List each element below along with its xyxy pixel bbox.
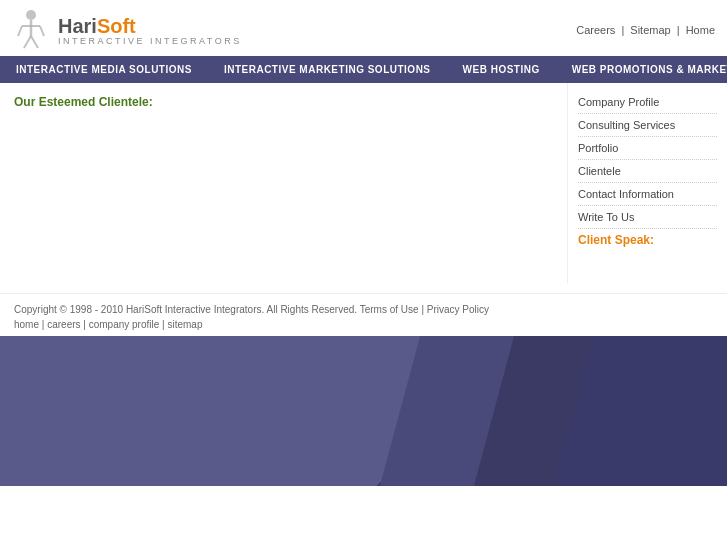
copyright-text: Copyright © 1998 - 2010 HariSoft Interac… — [14, 304, 357, 315]
nav-item-web-hosting[interactable]: WEB HOSTING — [447, 56, 556, 83]
svg-line-3 — [24, 36, 31, 48]
footer-careers-link[interactable]: careers — [47, 319, 80, 330]
svg-line-5 — [18, 26, 22, 36]
bottom-banner — [0, 336, 727, 486]
sidebar-active-label: Client Speak: — [578, 233, 717, 247]
sidebar: Company Profile Consulting Services Port… — [567, 83, 727, 283]
sidebar-link-consulting-services[interactable]: Consulting Services — [578, 114, 717, 137]
footer: Copyright © 1998 - 2010 HariSoft Interac… — [0, 293, 727, 336]
navbar: INTERACTIVE MEDIA SOLUTIONS INTERACTIVE … — [0, 56, 727, 83]
svg-point-0 — [26, 10, 36, 20]
nav-item-interactive-marketing[interactable]: INTERACTIVE MARKETING SOLUTIONS — [208, 56, 447, 83]
logo-area: HariSoft Interactive Integrators — [12, 8, 242, 52]
logo-hari-text: Hari — [58, 15, 97, 37]
home-link[interactable]: Home — [686, 24, 715, 36]
logo-name: HariSoft — [58, 15, 242, 38]
content-area: Our Esteemed Clientele: — [0, 83, 567, 283]
separator-1: | — [621, 24, 624, 36]
separator-2: | — [677, 24, 680, 36]
svg-line-4 — [31, 36, 38, 48]
sitemap-link[interactable]: Sitemap — [630, 24, 670, 36]
footer-copyright: Copyright © 1998 - 2010 HariSoft Interac… — [14, 304, 713, 315]
footer-company-profile-link[interactable]: company profile — [89, 319, 160, 330]
header-links: Careers | Sitemap | Home — [576, 24, 715, 36]
sidebar-link-clientele[interactable]: Clientele — [578, 160, 717, 183]
terms-link[interactable]: Terms of Use — [360, 304, 419, 315]
sidebar-link-contact-information[interactable]: Contact Information — [578, 183, 717, 206]
sidebar-link-company-profile[interactable]: Company Profile — [578, 91, 717, 114]
privacy-link[interactable]: Privacy Policy — [427, 304, 489, 315]
footer-sitemap-link[interactable]: sitemap — [167, 319, 202, 330]
footer-separator: | — [421, 304, 424, 315]
careers-link[interactable]: Careers — [576, 24, 615, 36]
svg-line-6 — [40, 26, 44, 36]
logo-figure-icon — [12, 8, 50, 52]
logo-soft-text: Soft — [97, 15, 136, 37]
clientele-heading: Our Esteemed Clientele: — [14, 95, 553, 109]
nav-item-web-promotions[interactable]: WEB PROMOTIONS & MARKETING — [556, 56, 727, 83]
main-content: Our Esteemed Clientele: Company Profile … — [0, 83, 727, 283]
nav-item-interactive-media[interactable]: INTERACTIVE MEDIA SOLUTIONS — [0, 56, 208, 83]
logo-tagline: Interactive Integrators — [58, 36, 242, 46]
sidebar-link-write-to-us[interactable]: Write To Us — [578, 206, 717, 229]
footer-home-link[interactable]: home — [14, 319, 39, 330]
header: HariSoft Interactive Integrators Careers… — [0, 0, 727, 56]
logo-text-block: HariSoft Interactive Integrators — [58, 15, 242, 46]
sidebar-link-portfolio[interactable]: Portfolio — [578, 137, 717, 160]
footer-bottom-links: home | careers | company profile | sitem… — [14, 319, 713, 330]
